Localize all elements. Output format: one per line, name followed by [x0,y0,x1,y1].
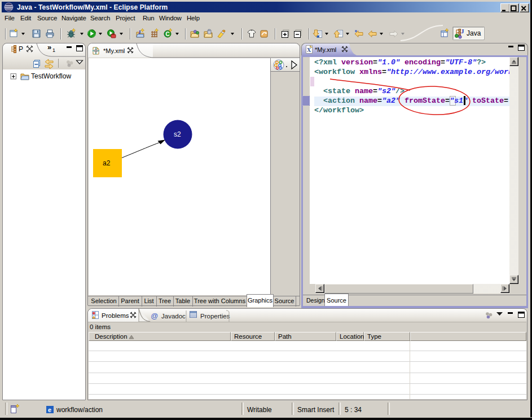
svg-text:Properties: Properties [200,313,230,320]
svg-text:@: @ [151,312,158,320]
svg-text:Problems: Problems [102,312,129,319]
svg-text:C: C [166,31,170,37]
svg-text:1: 1 [52,47,55,53]
svg-text:s2: s2 [174,130,181,138]
svg-text:Java: Java [467,29,481,37]
svg-text:*My.xml: *My.xml [103,47,125,54]
svg-text:J: J [461,28,464,34]
svg-text:*My.xml: *My.xml [315,46,336,53]
svg-text:X: X [307,47,311,53]
svg-text:a2: a2 [103,159,111,167]
svg-text:TestWorkflow: TestWorkflow [31,72,71,80]
svg-text:e: e [48,406,51,413]
svg-text:Javadoc: Javadoc [161,313,186,320]
svg-text:P: P [19,45,23,53]
svg-text:»: » [47,43,51,51]
